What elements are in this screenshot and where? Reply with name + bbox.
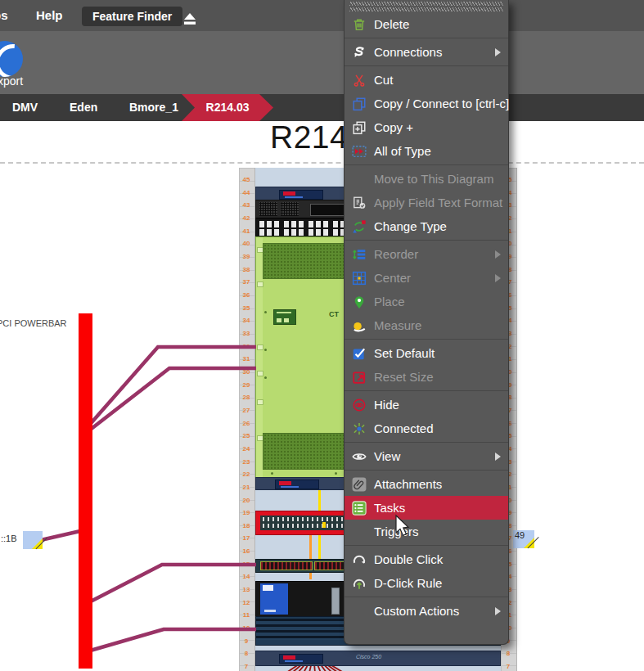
left-node-label: ::1B [1,534,17,543]
powerbar-label: PCI POWERBAR [0,318,67,328]
tab-eden[interactable]: Eden [70,94,97,121]
toolbar: xport [0,31,644,94]
rack-unit-number: 32 [240,343,253,350]
menu-item-view[interactable]: View [345,444,508,468]
menu-item-cut[interactable]: Cut [345,68,508,92]
menu-item-label: Connected [374,421,434,435]
reset-size-icon [352,370,367,385]
menu-item-connected[interactable]: Connected [345,417,508,440]
tab-bmore-1[interactable]: Bmore_1 [129,94,178,121]
menu-item-label: Double Click [374,552,443,566]
menu-item-label: Place [374,295,405,308]
menu-item-place[interactable]: Place [345,290,508,313]
server-blue-text [285,660,303,662]
menu-item-label: Change Type [374,219,447,233]
rack-unit-number: 25 [240,432,253,439]
no-icon-spacer [352,172,367,187]
tasks-icon [352,501,367,516]
rack-unit-number: 7 [502,663,515,670]
measure-icon [352,318,367,333]
place-icon [352,295,367,309]
pci-powerbar-node[interactable] [79,313,92,669]
view-icon [352,449,367,464]
menu-item-label: D-Click Rule [374,576,442,590]
tab-r214-03-active[interactable]: R214.03 [182,94,273,121]
menu-item-set-default[interactable]: Set Default [345,341,508,365]
menu-separator [345,442,508,443]
menu-item-hide[interactable]: Hide [345,393,508,417]
rack-unit-number: 12 [240,599,253,606]
right-node-chip[interactable]: 49 [513,530,534,548]
rack-unit-number: 38 [240,266,253,273]
speaker-grill [259,202,277,216]
menu-item-double-click[interactable]: Double Click [345,547,508,571]
rack-unit-number: 16 [240,547,253,555]
menu-item-tasks[interactable]: Tasks [345,496,508,520]
menu-separator [345,597,508,597]
juniper-slot [331,588,340,615]
menu-item-center[interactable]: Center [345,266,508,290]
chassis-handle [257,371,263,376]
menu-item-apply-field-text-format[interactable]: Apply Field Text Format [345,191,508,214]
menubar-item-apps[interactable]: ps [0,0,8,31]
menu-item-copy[interactable]: Copy + [345,115,508,139]
menu-separator [345,240,508,241]
change-type-icon [352,219,367,234]
menu-item-measure[interactable]: Measure [345,313,508,337]
submenu-arrow-icon [495,250,501,259]
menu-item-label: Reset Size [374,370,434,384]
menu-item-all-of-type[interactable]: All of Type [345,139,508,163]
rack-unit-number: 37 [240,278,253,286]
export-tool-icon[interactable] [0,41,23,77]
rack-unit-number: 39 [240,253,253,260]
port-block [260,561,313,570]
chassis-brand-label [273,309,296,325]
menu-item-connections[interactable]: Connections [345,40,508,64]
menu-item-copy-connect-to-ctrl-c[interactable]: Copy / Connect to [ctrl-c] [345,92,508,115]
warning-triangle-icon [524,538,534,548]
menu-item-attachments[interactable]: Attachments [345,472,508,496]
menu-item-d-click-rule[interactable]: D-Click Rule [345,571,508,595]
field-text-icon [352,196,367,210]
submenu-arrow-icon [495,607,501,615]
rack-device-server-bottom[interactable]: Cisco 250 [255,651,501,666]
export-tool-label[interactable]: xport [0,74,23,88]
left-node-chip[interactable] [23,531,43,549]
menu-item-label: All of Type [374,144,431,158]
rack-unit-number: 31 [240,355,253,363]
all-of-type-icon [352,144,367,159]
menubar-item-help[interactable]: Help [36,0,63,31]
rack-unit-number: 36 [240,291,253,299]
screw-dot [264,349,267,351]
copy-plus-icon [352,120,367,135]
tab-dmv[interactable]: DMV [12,94,38,121]
menu-drag-hatch[interactable] [349,2,503,6]
rack-unit-number: 24 [240,445,253,453]
rack-unit-number: 7 [240,663,253,670]
feature-finder-button[interactable]: Feature Finder [82,7,182,26]
menu-item-label: Copy / Connect to [ctrl-c] [374,97,509,110]
double-click-icon [352,552,367,567]
menu-separator [345,65,508,66]
menu-item-triggers[interactable]: Triggers [345,520,508,543]
app-window: ps Help Feature Finder xport DMV Eden Bm… [0,0,644,671]
menu-item-change-type[interactable]: Change Type [345,214,508,238]
copy-icon [352,97,367,111]
menu-item-custom-actions[interactable]: Custom Actions [345,599,508,623]
menu-item-move-to-this-diagram[interactable]: Move to This Diagram [345,167,508,191]
menu-item-reset-size[interactable]: Reset Size [345,365,508,389]
menu-item-reorder[interactable]: Reorder [345,242,508,266]
rack-unit-number: 23 [240,458,253,466]
context-menu: DeleteConnectionsCutCopy / Connect to [c… [344,0,509,645]
screw-dot [264,376,267,379]
menu-item-delete[interactable]: Delete [345,12,508,36]
rack-unit-number: 21 [240,484,253,491]
menu-drag-hatch[interactable] [349,7,503,11]
rack-unit-number: 22 [240,471,253,478]
rack-unit-number: 42 [240,214,253,222]
hide-icon [352,398,367,412]
server-red-badge [283,655,295,660]
server-display [275,480,319,489]
menu-separator [345,545,508,546]
menu-item-label: Tasks [374,501,405,515]
